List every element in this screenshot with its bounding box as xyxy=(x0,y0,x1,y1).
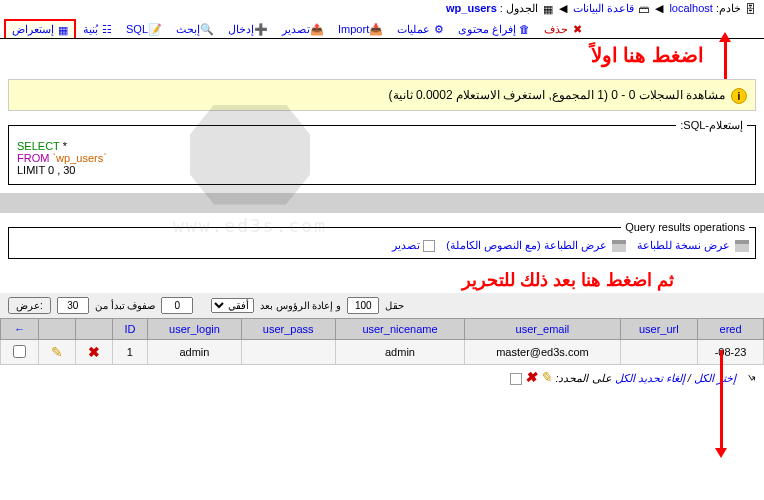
edit-icon[interactable]: ✎ xyxy=(51,344,63,360)
col-delete xyxy=(76,319,113,340)
print-full-link[interactable]: عرض الطباعة (مع النصوص الكاملة) xyxy=(446,239,607,251)
col-registered[interactable]: ered xyxy=(698,319,764,340)
table-row: ✎ ✖ 1 admin admin master@ed3s.com -08-23 xyxy=(1,340,764,365)
info-icon: i xyxy=(731,88,747,104)
tab-operations[interactable]: ⚙عمليات xyxy=(390,19,451,38)
print-icon xyxy=(735,240,749,252)
server-link[interactable]: localhost xyxy=(669,2,712,14)
export-icon: 📤 xyxy=(312,23,324,35)
sql-limit: LIMIT 0 , 30 xyxy=(17,164,76,176)
nav-controls: :عرض صفوف تبدأ من أفقي و إعادة الرؤوس بع… xyxy=(0,293,764,318)
table-name: wp_users xyxy=(446,2,497,14)
data-table: ← ID user_login user_pass user_nicename … xyxy=(0,318,764,365)
row-checkbox[interactable] xyxy=(13,345,26,358)
print-icon xyxy=(612,240,626,252)
database-link[interactable]: قاعدة البيانات xyxy=(573,2,634,14)
query-info-box: i مشاهدة السجلات 0 - 0 (1 المجموع, استغر… xyxy=(8,79,756,111)
col-url[interactable]: user_url xyxy=(620,319,698,340)
divider-bar xyxy=(0,193,764,213)
table-icon: ▦ xyxy=(541,3,553,15)
sql-icon: 📝 xyxy=(150,23,162,35)
empty-icon: 🗑 xyxy=(518,23,530,35)
col-edit xyxy=(39,319,76,340)
separator-icon: ◀ xyxy=(652,2,666,14)
tab-structure[interactable]: ☷بُنية xyxy=(76,19,119,38)
annotation-text-1: اضغط هنا اولاً xyxy=(0,39,764,71)
arrow-icon: ↳ xyxy=(744,371,760,387)
cell-email: master@ed3s.com xyxy=(465,340,620,365)
tab-drop[interactable]: ✖حذف xyxy=(537,19,589,38)
query-results-ops: Query results operations عرض نسخة للطباع… xyxy=(8,221,756,259)
col-login[interactable]: user_login xyxy=(148,319,242,340)
col-id[interactable]: ID xyxy=(112,319,147,340)
separator-icon: ◀ xyxy=(556,2,570,14)
operations-icon: ⚙ xyxy=(432,23,444,35)
sql-query-box: إستعلام-SQL: SELECT * FROM `wp_users` LI… xyxy=(8,119,756,185)
browse-icon: ▦ xyxy=(56,24,68,36)
tab-browse[interactable]: ▦إستعراض xyxy=(4,19,76,38)
database-icon: 🗃 xyxy=(637,3,649,15)
col-nicename[interactable]: user_nicename xyxy=(335,319,465,340)
breadcrumb: 🗄 خادم: localhost ◀ 🗃 قاعدة البيانات ◀ ▦… xyxy=(0,0,764,17)
annotation-arrow-2 xyxy=(720,350,723,450)
tab-insert[interactable]: ➕إدخال xyxy=(221,19,275,38)
cell-login: admin xyxy=(148,340,242,365)
annotation-text-2: ثم اضغط هنا بعد ذلك للتحرير xyxy=(0,267,764,293)
rows-label: صفوف تبدأ من xyxy=(95,300,156,311)
import-icon: 📥 xyxy=(371,23,383,35)
sql-select: SELECT xyxy=(17,140,60,152)
cell-id: 1 xyxy=(112,340,147,365)
cell-nicename: admin xyxy=(335,340,465,365)
bulk-export-icon[interactable] xyxy=(510,373,522,385)
print-view-link[interactable]: عرض نسخة للطباعة xyxy=(637,239,730,251)
col-pass[interactable]: user_pass xyxy=(241,319,335,340)
mode-select[interactable]: أفقي xyxy=(211,298,254,313)
show-button[interactable]: :عرض xyxy=(8,297,51,314)
server-icon: 🗄 xyxy=(744,3,756,15)
query-info-text: مشاهدة السجلات 0 - 0 (1 المجموع, استغرف … xyxy=(389,88,725,102)
select-all-row: ↳ إختر الكل / إلغاء تحديد الكل على المحد… xyxy=(0,365,764,389)
structure-icon: ☷ xyxy=(100,23,112,35)
repeat-input[interactable] xyxy=(347,297,379,314)
tabs-bar: ▦إستعراض ☷بُنية 📝SQL 🔍إبحث ➕إدخال 📤تصدير… xyxy=(0,19,764,39)
col-email[interactable]: user_email xyxy=(465,319,620,340)
cell-registered: -08-23 xyxy=(698,340,764,365)
bulk-delete-icon[interactable]: ✖ xyxy=(525,369,537,385)
query-ops-legend: Query results operations xyxy=(621,221,749,233)
repeat-label: و إعادة الرؤوس بعد xyxy=(260,300,341,311)
tab-empty[interactable]: 🗑إفراغ محتوى xyxy=(451,19,537,38)
search-icon: 🔍 xyxy=(202,23,214,35)
delete-icon[interactable]: ✖ xyxy=(88,344,100,360)
tab-search[interactable]: 🔍إبحث xyxy=(169,19,221,38)
table-label: الجدول : xyxy=(500,2,538,14)
sql-star: * xyxy=(63,140,67,152)
drop-icon: ✖ xyxy=(570,23,582,35)
uncheck-all-link[interactable]: إلغاء تحديد الكل xyxy=(615,372,685,384)
sql-legend: إستعلام-SQL: xyxy=(676,119,747,132)
check-all-link[interactable]: إختر الكل xyxy=(694,372,736,384)
col-check: ← xyxy=(1,319,39,340)
rows-input[interactable] xyxy=(57,297,89,314)
with-selected-label: على المحدد: xyxy=(555,372,611,384)
insert-icon: ➕ xyxy=(256,23,268,35)
sql-tablename: `wp_users` xyxy=(52,152,106,164)
tab-import[interactable]: 📥Import xyxy=(331,19,390,38)
start-input[interactable] xyxy=(161,297,193,314)
tab-sql[interactable]: 📝SQL xyxy=(119,19,169,38)
server-label: خادم: xyxy=(716,2,741,14)
cell-url xyxy=(620,340,698,365)
sql-from: FROM xyxy=(17,152,49,164)
export-icon xyxy=(423,240,435,252)
bulk-edit-icon[interactable]: ✎ xyxy=(540,369,552,385)
export-link[interactable]: تصدير xyxy=(392,239,420,251)
cells-label: حقل xyxy=(385,300,404,311)
tab-export[interactable]: 📤تصدير xyxy=(275,19,331,38)
cell-pass xyxy=(241,340,335,365)
